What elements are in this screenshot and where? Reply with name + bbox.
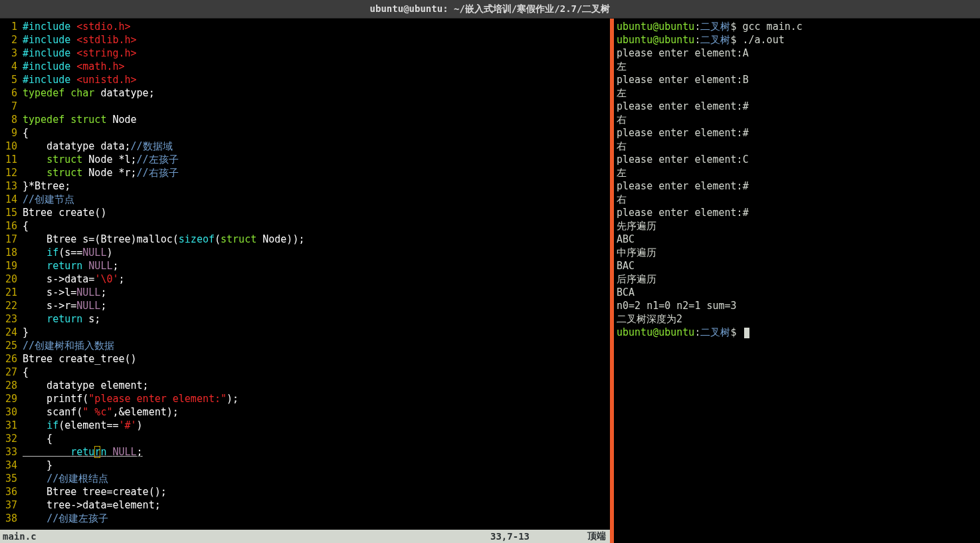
code-line[interactable]: s->data='\0'; [23,272,610,286]
prompt-path: 二叉树 [700,21,730,33]
code-area[interactable]: 1234567891011121314151617181920212223242… [0,19,610,530]
code-line[interactable]: #include <string.h> [23,47,610,60]
code-line[interactable]: } [23,459,610,472]
line-number: 34 [0,459,21,472]
line-number: 21 [0,286,21,299]
code-line[interactable]: struct Node *r;//右孩子 [23,166,610,179]
code-line[interactable]: { [23,366,610,379]
editor-pane[interactable]: 1234567891011121314151617181920212223242… [0,19,610,543]
code-line[interactable]: datatype data;//数据域 [23,140,610,153]
token-kw: #include [23,34,76,46]
token-plain: { [23,366,29,378]
token-plain: s->l= [23,286,76,298]
line-number: 33 [0,445,21,459]
token-plain: s; [82,313,100,325]
terminal-line: please enter element:C [617,153,977,166]
token-plain [23,247,47,259]
code-line[interactable]: printf("please enter element:"); [23,392,610,405]
terminal-line: BAC [617,259,977,272]
token-type: struct [70,114,106,126]
line-number: 38 [0,512,21,525]
terminal-line: BCA [617,286,977,299]
status-filename: main.c [0,531,40,542]
code-line[interactable]: return NULL; [23,445,610,459]
token-plain: Btree create() [23,207,106,219]
code-line[interactable]: { [23,432,610,445]
code-line[interactable]: #include <math.h> [23,60,610,73]
terminal-pane[interactable]: ubuntu@ubuntu:二叉树$ gcc main.cubuntu@ubun… [614,19,980,543]
token-plain: { [23,220,29,232]
terminal-line: 后序遍历 [617,272,977,286]
terminal-line: 二叉树深度为2 [617,312,977,326]
token-plain [23,419,47,431]
code-line[interactable]: #include <stdlib.h> [23,33,610,47]
code-line[interactable]: { [23,219,610,233]
code-line[interactable]: #include <stdio.h> [23,20,610,33]
code-line[interactable]: if(s==NULL) [23,246,610,259]
token-str: <stdio.h> [76,21,130,33]
token-kw: #include [23,74,76,86]
line-number: 11 [0,153,21,166]
token-plain: Node *r; [82,167,136,179]
code-line[interactable]: return s; [23,312,610,326]
line-number: 28 [0,379,21,392]
code-line[interactable]: struct Node *l;//左孩子 [23,153,610,166]
line-number: 25 [0,339,21,352]
code-line[interactable]: #include <unistd.h> [23,73,610,86]
code-line[interactable]: typedef struct Node [23,113,610,126]
code-line[interactable]: { [23,126,610,140]
line-number: 35 [0,472,21,485]
line-number: 7 [0,100,21,113]
code-line[interactable]: tree->data=element; [23,498,610,512]
code-line[interactable]: Btree create_tree() [23,352,610,366]
code-line[interactable]: //创建左孩子 [23,512,610,525]
token-plain: datatype element; [23,380,149,391]
code-content[interactable]: #include <stdio.h>#include <stdlib.h>#in… [21,19,610,530]
token-const: NULL [82,247,106,259]
token-plain [23,446,70,458]
terminal-line: 左 [617,86,977,100]
terminal-line: please enter element:B [617,73,977,86]
code-line[interactable]: Btree tree=create(); [23,485,610,498]
token-comment: //创建节点 [23,193,74,205]
code-line[interactable]: //创建树和插入数据 [23,339,610,352]
token-plain: Node [106,114,136,126]
code-line[interactable]: s->l=NULL; [23,286,610,299]
token-type: struct [47,167,82,179]
code-line[interactable]: typedef char datatype; [23,86,610,100]
token-const: NULL [112,446,136,458]
line-number: 23 [0,312,21,326]
code-line[interactable] [23,100,610,113]
token-plain: { [23,127,29,139]
terminal-line: please enter element:A [617,47,977,60]
line-number: 19 [0,259,21,272]
prompt-user: ubuntu@ubuntu [617,326,694,338]
terminal-line: 右 [617,193,977,206]
code-line[interactable]: //创建根结点 [23,472,610,485]
token-plain: Node)); [256,233,304,245]
token-plain: ; [112,260,118,272]
code-line[interactable]: s->r=NULL; [23,299,610,312]
code-line[interactable]: Btree create() [23,206,610,219]
token-plain: }*Btree; [23,180,70,192]
terminal-line: n0=2 n1=0 n2=1 sum=3 [617,299,977,312]
token-const: NULL [76,300,100,312]
code-line[interactable]: scanf(" %c",&element); [23,405,610,419]
token-plain [23,154,47,165]
code-line[interactable]: if(element=='#') [23,419,610,432]
prompt-command: gcc main.c [743,21,803,33]
vim-statusbar: main.c 33,7-13 顶端 [0,530,610,543]
code-line[interactable]: datatype element; [23,379,610,392]
terminal-line: ABC [617,233,977,246]
code-line[interactable]: } [23,326,610,339]
token-plain: ( [215,233,221,245]
terminal-line: 先序遍历 [617,219,977,233]
code-line[interactable]: Btree s=(Btree)malloc(sizeof(struct Node… [23,233,610,246]
window-titlebar: ubuntu@ubuntu: ~/嵌入式培训/寒假作业/2.7/二叉树 [0,0,980,19]
code-line[interactable]: return NULL; [23,259,610,272]
code-line[interactable]: //创建节点 [23,193,610,206]
token-str: '#' [119,419,137,431]
line-number: 1 [0,20,21,33]
token-kw: #include [23,60,76,72]
code-line[interactable]: }*Btree; [23,179,610,193]
